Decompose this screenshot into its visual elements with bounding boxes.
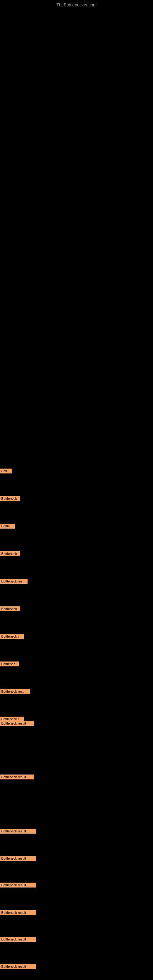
bottleneck-label-container: Bottleneck r <box>0 634 24 640</box>
site-title: TheBottlenecker.com <box>0 0 153 9</box>
bottleneck-result-label: Bottleneck result <box>0 775 33 780</box>
bottleneck-label-container: Bottleneck result <box>0 937 36 943</box>
bottleneck-result-label: Bottleneck result <box>0 883 36 888</box>
bottleneck-label-container: Bottleneck result <box>0 964 36 970</box>
bottleneck-result-label: Bottleneck <box>0 606 20 611</box>
bottleneck-result-label: Bottleneck result <box>0 937 36 942</box>
bottleneck-label-container: Bottleneck result <box>0 775 33 781</box>
bottleneck-label-container: Bottleneck res <box>0 579 27 585</box>
bottleneck-label-container: Bottle <box>0 524 15 530</box>
bottleneck-result-label: Bottleneck result <box>0 910 36 915</box>
bottleneck-result-label: Bottlenec <box>0 662 19 667</box>
bottleneck-result-label: Bott <box>0 469 12 474</box>
bottleneck-result-label: Bottleneck resu <box>0 689 30 694</box>
bottleneck-label-container: Bottleneck resu <box>0 689 30 695</box>
bottleneck-label-container: Bott <box>0 469 12 475</box>
bottleneck-label-container: Bottleneck result <box>0 910 36 916</box>
bottleneck-result-label: Bottleneck <box>0 496 20 501</box>
bottleneck-result-label: Bottleneck result <box>0 964 36 969</box>
page-content: TheBottlenecker.com <box>0 0 153 9</box>
bottleneck-label-container: Bottlenec <box>0 662 19 668</box>
bottleneck-label-container: Bottleneck result <box>0 856 36 862</box>
bottleneck-result-label: Bottleneck r <box>0 634 24 639</box>
bottleneck-label-container: Bottleneck <box>0 606 20 612</box>
bottleneck-label-container: Bottleneck result <box>0 883 36 889</box>
bottleneck-label-container: Bottleneck result <box>0 829 36 835</box>
bottleneck-result-label: Bottleneck result <box>0 856 36 861</box>
bottleneck-result-label: Bottle <box>0 524 15 528</box>
bottleneck-result-label: Bottleneck result <box>0 829 36 834</box>
bottleneck-label-container: Bottleneck result <box>0 721 33 727</box>
bottleneck-result-label: Bottleneck result <box>0 721 33 726</box>
bottleneck-label-container: Bottleneck <box>0 496 20 502</box>
bottleneck-label-container: Bottleneck <box>0 551 20 557</box>
bottleneck-result-label: Bottleneck <box>0 551 20 556</box>
bottleneck-result-label: Bottleneck res <box>0 579 27 584</box>
